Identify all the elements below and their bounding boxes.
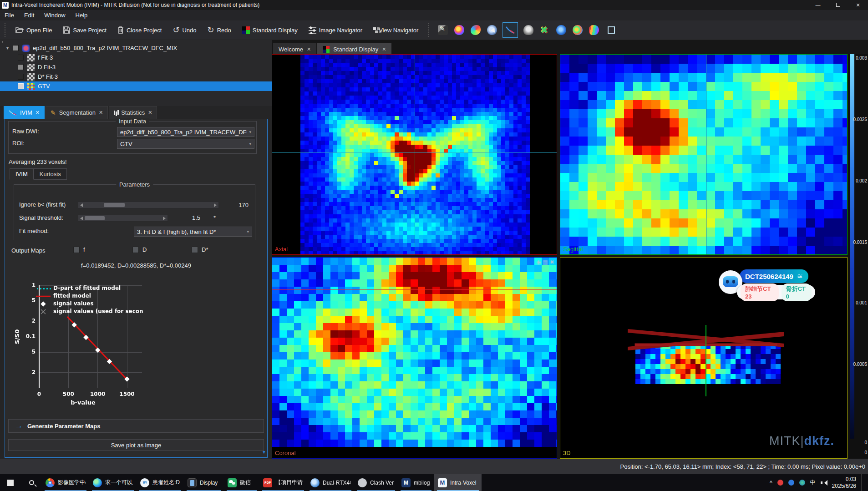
undo-button[interactable]: ↺ Undo xyxy=(168,24,201,36)
visibility-checkbox[interactable] xyxy=(18,64,24,70)
save-plot-button[interactable]: Save plot as image xyxy=(8,439,264,451)
taskbar-app-mbilog[interactable]: Mmbilog xyxy=(398,474,434,491)
checkbox-f[interactable] xyxy=(73,247,80,253)
slider-left-arrow-icon[interactable] xyxy=(80,217,83,220)
checkbox-dstar[interactable] xyxy=(192,247,198,253)
tab-segmentation[interactable]: ✎ Segmentation ✕ xyxy=(46,106,108,119)
slider-right-arrow-icon[interactable] xyxy=(163,217,166,220)
slider-right-arrow-icon[interactable] xyxy=(214,203,217,207)
toolbar-drag-handle[interactable] xyxy=(5,23,6,37)
maximize-button[interactable] xyxy=(828,0,848,10)
ignore-b-slider[interactable] xyxy=(78,202,219,208)
ivim-signal-plot[interactable] xyxy=(12,283,144,405)
slider-left-arrow-icon[interactable] xyxy=(80,203,83,207)
tab-model-ivim[interactable]: IVIM xyxy=(10,168,34,180)
badge-lung-nodule[interactable]: 肺结节CT 23 xyxy=(741,283,779,301)
badge-fracture[interactable]: 骨折CT 0 xyxy=(782,283,812,301)
output-map-dstar[interactable]: D* xyxy=(192,246,208,253)
menu-help[interactable]: Help xyxy=(76,12,88,19)
close-tab-icon[interactable]: ✕ xyxy=(148,110,152,116)
expander-icon[interactable]: ▾ xyxy=(6,46,13,51)
taskbar-app-display[interactable]: Display xyxy=(184,474,224,491)
menu-file[interactable]: File xyxy=(5,12,14,19)
blue-brain-icon[interactable] xyxy=(556,25,566,35)
fiber-bundle-icon[interactable] xyxy=(471,25,481,35)
visibility-checkbox[interactable] xyxy=(18,83,24,89)
tree-row-dwi[interactable]: ▾ ep2d_diff_b50_800_Tra_p2 IVIM_TRACEW_D… xyxy=(0,43,272,53)
layout-icon[interactable]: ▦ xyxy=(543,259,548,265)
visibility-checkbox[interactable] xyxy=(18,55,24,61)
close-tab-icon[interactable]: ✕ xyxy=(307,46,311,52)
colored-brain-icon[interactable] xyxy=(573,25,583,35)
output-map-f[interactable]: f xyxy=(73,246,85,253)
open-file-button[interactable]: Open File xyxy=(11,25,56,35)
tray-teal-app-icon[interactable] xyxy=(799,480,805,486)
raw-dwi-combobox[interactable]: ep2d_diff_b50_800_Tra_p2 IVIM_TRACEW_DFC… xyxy=(117,127,254,137)
visibility-checkbox[interactable] xyxy=(13,45,19,51)
notification-center-edge[interactable] xyxy=(861,474,863,491)
tray-red-app-icon[interactable] xyxy=(777,480,783,486)
search-button[interactable] xyxy=(21,474,42,491)
viewport-sagittal[interactable]: Sagittal xyxy=(560,54,848,255)
fit-method-combobox[interactable]: 3. Fit D & f (high b), then fit D*▾ xyxy=(134,227,252,237)
slider-handle[interactable] xyxy=(85,216,105,220)
tab-model-kurtosis[interactable]: Kurtosis xyxy=(34,168,67,180)
tray-blue-app-icon[interactable] xyxy=(788,480,794,486)
close-project-button[interactable]: Close Project xyxy=(113,25,166,35)
coronal-image[interactable] xyxy=(272,258,557,458)
tab-ivim[interactable]: IVIM ✕ xyxy=(4,106,45,119)
tree-row-gtv-selected[interactable]: GTV xyxy=(0,81,272,91)
tab-statistics[interactable]: Statistics ✕ xyxy=(109,106,157,119)
taskbar-app-rtx[interactable]: Dual-RTX4090 -... xyxy=(307,474,354,491)
redo-button[interactable]: ↻ Redo xyxy=(203,24,236,36)
viewport-settings-icon[interactable]: ✖ xyxy=(550,259,554,265)
tree-row-dstar-fit[interactable]: D* Fit-3 xyxy=(0,72,272,81)
taskbar-app-wechat[interactable]: 微信 xyxy=(224,474,259,491)
tab-standard-display[interactable]: Standard Display✕ xyxy=(317,43,391,55)
signal-threshold-slider[interactable] xyxy=(78,215,168,222)
slider-handle[interactable] xyxy=(104,203,125,207)
tree-row-f-fit[interactable]: f Fit-3 xyxy=(0,53,272,62)
taskbar-app-pdf[interactable]: PDF【项目申请书】 ... xyxy=(259,474,307,491)
output-map-d[interactable]: D xyxy=(132,246,147,253)
taskbar-app-clash[interactable]: Clash Verge xyxy=(354,474,398,491)
speaker-icon[interactable] xyxy=(821,480,827,486)
lut-gradient[interactable] xyxy=(850,54,854,439)
hidden-icons-chevron[interactable]: ^ xyxy=(770,480,772,486)
bounding-box-icon[interactable] xyxy=(608,26,615,34)
close-tab-icon[interactable]: ✕ xyxy=(382,46,386,52)
brain-picker-icon[interactable] xyxy=(487,25,497,35)
scroll-down-icon[interactable]: ▼ xyxy=(262,450,266,455)
taskbar-app-edge[interactable]: 求一个可以后处... xyxy=(89,474,137,491)
fiber-tract-icon[interactable] xyxy=(589,25,599,35)
viewport-axial[interactable]: Axial xyxy=(272,54,557,255)
close-tab-icon[interactable]: ✕ xyxy=(36,110,40,116)
roi-combobox[interactable]: GTV▾ xyxy=(117,139,254,149)
ivim-tool-button-selected[interactable] xyxy=(503,22,518,38)
taskbar-app-patient[interactable]: ≋患者姓名:DONG... xyxy=(137,474,184,491)
menu-window[interactable]: Window xyxy=(44,12,65,19)
generate-parameter-maps-button[interactable]: → Generate Parameter Maps xyxy=(8,419,264,433)
standard-display-button[interactable]: Standard Display xyxy=(238,25,302,36)
taskbar-app-mitk-active[interactable]: MIntra-Voxel Inc... xyxy=(434,474,482,491)
visibility-checkbox[interactable] xyxy=(18,74,24,80)
ai-study-id-pill[interactable]: DCT250624149 ≋ xyxy=(740,269,808,283)
view-navigator-button[interactable]: View Navigator xyxy=(369,25,423,35)
odf-brain-icon[interactable] xyxy=(454,25,464,35)
save-project-button[interactable]: Save Project xyxy=(58,25,111,35)
start-button[interactable] xyxy=(0,474,21,491)
close-tab-icon[interactable]: ✕ xyxy=(99,110,103,116)
viewport-3d[interactable]: DCT250624149 ≋ 肺结节CT 23 骨折CT 0 MITK|dkfz… xyxy=(560,257,848,459)
crosshair-toggle-icon[interactable]: ◉ xyxy=(536,259,541,265)
taskbar-clock[interactable]: 0:03 2025/6/26 xyxy=(832,476,856,490)
minimize-button[interactable]: — xyxy=(808,0,828,10)
close-button[interactable]: ✕ xyxy=(848,0,868,10)
axial-image[interactable] xyxy=(272,55,557,254)
tree-row-d-fit[interactable]: D Fit-3 xyxy=(0,62,272,72)
menu-edit[interactable]: Edit xyxy=(24,12,34,19)
taskbar-app-chrome[interactable]: 影像医学中心 - ... xyxy=(42,474,89,491)
sagittal-image[interactable] xyxy=(560,55,847,254)
odf-peaks-icon[interactable] xyxy=(540,25,550,35)
checkbox-d[interactable] xyxy=(132,247,139,253)
skull-icon[interactable] xyxy=(523,25,533,35)
